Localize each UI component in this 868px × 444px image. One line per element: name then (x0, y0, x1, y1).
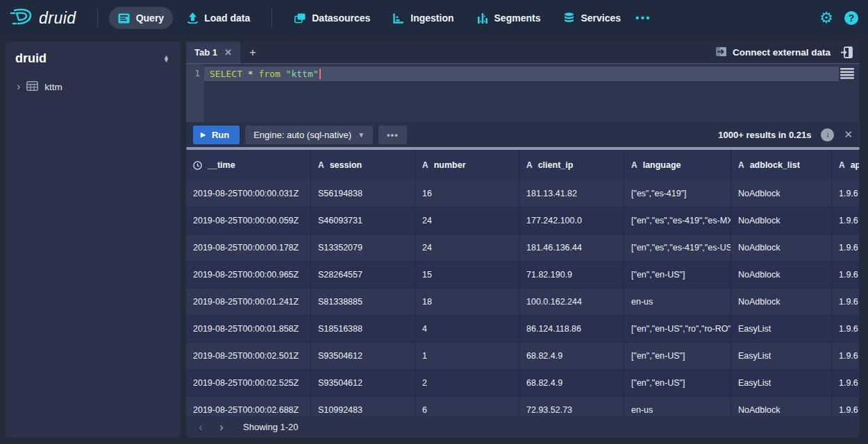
table-cell[interactable]: 2019-08-25T00:00:00.059Z (186, 207, 311, 234)
table-cell[interactable]: 6 (415, 397, 519, 416)
table-cell[interactable]: 2019-08-25T00:00:02.501Z (186, 343, 311, 370)
settings-gear-icon[interactable]: ⚙ (819, 10, 833, 26)
table-cell[interactable]: 1.9.6 (832, 207, 860, 234)
column-header-__time[interactable]: __time (186, 150, 311, 180)
table-cell[interactable]: 2019-08-25T00:00:00.178Z (186, 234, 311, 262)
table-cell[interactable]: 2019-08-25T00:00:02.688Z (186, 397, 311, 416)
column-header-number[interactable]: Anumber (415, 150, 519, 180)
table-cell[interactable]: S81338885 (311, 289, 415, 316)
query-more-button[interactable]: ••• (378, 126, 407, 144)
table-cell[interactable]: ["en","en-US"] (624, 343, 731, 370)
table-cell[interactable]: 4 (415, 316, 519, 343)
table-cell[interactable]: ["en","es","es-419","es-MX" (624, 207, 731, 234)
table-cell[interactable]: 181.46.136.44 (519, 234, 624, 262)
code-area[interactable]: SELECT * from "kttm" (204, 64, 860, 122)
nav-item-query[interactable]: Query (109, 7, 173, 29)
nav-item-segments[interactable]: Segments (467, 7, 550, 29)
table-cell[interactable]: NoAdblock (731, 289, 832, 316)
table-cell[interactable]: ["en","en-US"] (624, 370, 731, 397)
nav-item-datasources[interactable]: Datasources (285, 7, 379, 29)
table-cell[interactable]: NoAdblock (731, 207, 832, 234)
table-cell[interactable]: 16 (415, 180, 519, 207)
table-cell[interactable]: 1.9.6 (832, 370, 860, 397)
table-cell[interactable]: 1.9.6 (832, 289, 860, 316)
table-cell[interactable]: ["es","es-419"] (624, 180, 731, 207)
chevron-right-icon[interactable]: › (17, 81, 20, 92)
table-cell[interactable]: 24 (415, 207, 519, 234)
nav-item-services[interactable]: Services (553, 7, 630, 29)
table-cell[interactable]: 1.9.6 (832, 234, 860, 262)
table-cell[interactable]: EasyList (731, 316, 832, 343)
table-cell[interactable]: S13352079 (311, 234, 415, 262)
table-cell[interactable]: 68.82.4.9 (519, 343, 624, 370)
horizontal-scrollbar[interactable] (186, 147, 860, 150)
help-icon[interactable]: ? (844, 11, 858, 25)
sql-line[interactable]: SELECT * from "kttm" (204, 67, 839, 81)
table-cell[interactable]: en-us (624, 397, 731, 416)
run-button[interactable]: ▶ Run (193, 126, 240, 144)
table-cell[interactable]: 86.124.118.86 (519, 316, 624, 343)
sort-icon[interactable]: ▲▼ (162, 54, 171, 64)
table-cell[interactable]: S56194838 (311, 180, 415, 207)
tab-close-icon[interactable]: ✕ (224, 47, 232, 58)
table-cell[interactable]: 177.242.100.0 (519, 207, 624, 234)
table-cell[interactable]: 2019-08-25T00:00:02.525Z (186, 370, 311, 397)
table-cell[interactable]: S18516388 (311, 316, 415, 343)
table-cell[interactable]: S10992483 (311, 397, 415, 416)
table-cell[interactable]: 2019-08-25T00:00:01.241Z (186, 289, 311, 316)
table-cell[interactable]: 72.93.52.73 (519, 397, 624, 416)
table-cell[interactable]: S28264557 (311, 262, 415, 289)
table-cell[interactable]: 1.9.6 (832, 343, 860, 370)
table-cell[interactable]: 15 (415, 262, 519, 289)
table-cell[interactable]: 100.0.162.244 (519, 289, 624, 316)
nav-item-load-data[interactable]: Load data (177, 7, 259, 29)
download-icon[interactable]: ↓ (821, 128, 834, 142)
table-cell[interactable]: en-us (624, 289, 731, 316)
table-cell[interactable]: 18 (415, 289, 519, 316)
table-cell[interactable]: 1.9.6 (832, 397, 860, 416)
editor-menu-icon[interactable] (840, 68, 854, 82)
sql-editor[interactable]: 1 SELECT * from "kttm" (186, 64, 860, 122)
druid-logo[interactable]: druid (10, 6, 76, 30)
table-cell[interactable]: 1.9.6 (832, 262, 860, 289)
table-cell[interactable]: 2019-08-25T00:00:01.858Z (186, 316, 311, 343)
close-results-icon[interactable]: ✕ (844, 128, 853, 141)
engine-select-button[interactable]: Engine: auto (sql-native) ▼ (245, 126, 373, 144)
table-cell[interactable]: S93504612 (311, 370, 415, 397)
prev-page-icon[interactable]: ‹ (192, 419, 210, 436)
table-cell[interactable]: 181.13.41.82 (519, 180, 624, 207)
open-side-panel-icon[interactable] (840, 46, 853, 58)
column-header-session[interactable]: Asession (311, 150, 415, 180)
table-cell[interactable]: NoAdblock (731, 234, 832, 262)
datasource-item-kttm[interactable]: ›kttm (15, 78, 171, 96)
table-cell[interactable]: NoAdblock (731, 397, 832, 416)
table-cell[interactable]: S46093731 (311, 207, 415, 234)
table-cell[interactable]: 2 (415, 370, 519, 397)
next-page-icon[interactable]: › (212, 419, 231, 436)
table-cell[interactable]: S93504612 (311, 343, 415, 370)
table-cell[interactable]: 24 (415, 234, 519, 262)
table-cell[interactable]: 2019-08-25T00:00:00.965Z (186, 262, 311, 289)
column-header-adblock_list[interactable]: Aadblock_list (731, 150, 832, 180)
tab-1[interactable]: Tab 1 ✕ (186, 42, 240, 63)
navbar-more-button[interactable]: ••• (630, 7, 657, 29)
table-cell[interactable]: EasyList (731, 343, 832, 370)
table-cell[interactable]: ["en","en-US","ro","ro-RO" (624, 316, 731, 343)
table-cell[interactable]: 68.82.4.9 (519, 370, 624, 397)
connect-external-data-button[interactable]: Connect external data (715, 46, 831, 59)
table-cell[interactable]: 71.82.190.9 (519, 262, 624, 289)
table-cell[interactable]: 1.9.6 (832, 316, 860, 343)
table-cell[interactable]: EasyList (731, 370, 832, 397)
column-header-ap[interactable]: Aap (832, 150, 860, 180)
table-cell[interactable]: ["en","es","es-419","es-US" (624, 234, 731, 262)
table-cell[interactable]: ["en","en-US"] (624, 262, 731, 289)
table-cell[interactable]: 2019-08-25T00:00:00.031Z (186, 180, 311, 207)
column-header-client_ip[interactable]: Aclient_ip (519, 150, 624, 180)
add-tab-button[interactable]: + (240, 42, 265, 63)
table-cell[interactable]: NoAdblock (731, 180, 832, 207)
table-cell[interactable]: 1.9.6 (832, 180, 860, 207)
nav-item-ingestion[interactable]: Ingestion (383, 7, 462, 29)
column-header-language[interactable]: Alanguage (624, 150, 731, 180)
table-cell[interactable]: NoAdblock (731, 262, 832, 289)
table-cell[interactable]: 1 (415, 343, 519, 370)
